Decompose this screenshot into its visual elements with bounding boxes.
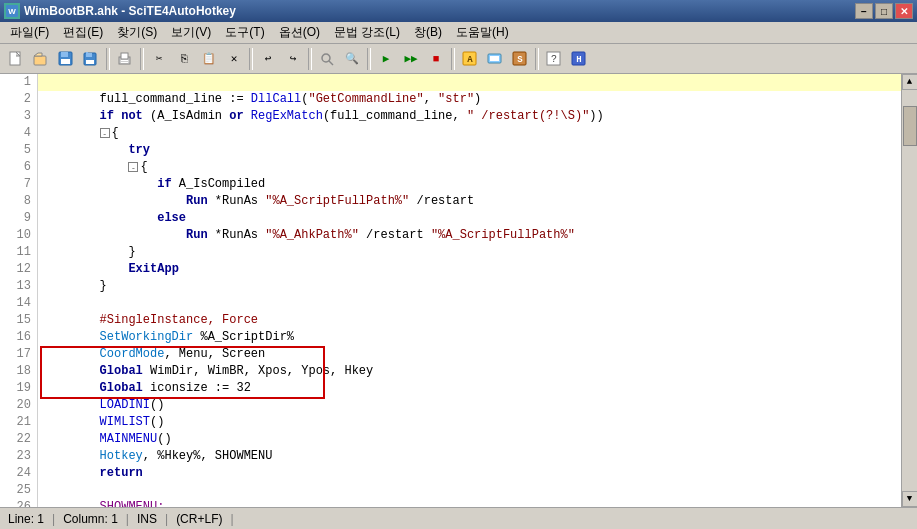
svg-point-16 xyxy=(322,54,330,62)
svg-rect-3 xyxy=(34,56,46,65)
menu-edit[interactable]: 편집(E) xyxy=(57,22,109,43)
menu-window[interactable]: 창(B) xyxy=(408,22,448,43)
toolbar-undo[interactable]: ↩ xyxy=(256,47,280,71)
menu-help[interactable]: 도움말(H) xyxy=(450,22,515,43)
status-sep-1: | xyxy=(52,512,55,526)
menu-file[interactable]: 파일(F) xyxy=(4,22,55,43)
toolbar-sep-1 xyxy=(106,48,110,70)
line-num-14: 14 xyxy=(0,295,37,312)
menu-view[interactable]: 보기(V) xyxy=(165,22,217,43)
maximize-button[interactable]: □ xyxy=(875,3,893,19)
code-line-6[interactable]: if A_IsCompiled xyxy=(38,159,901,176)
code-line-3[interactable]: -{ xyxy=(38,108,901,125)
toolbar-sep-4 xyxy=(308,48,312,70)
code-line-17[interactable]: Global WimDir, WimBR, Xpos, Ypos, Hkey xyxy=(38,346,901,363)
toolbar-cut[interactable]: ✂ xyxy=(147,47,171,71)
code-line-1[interactable]: full_command_line := DllCall("GetCommand… xyxy=(38,74,901,91)
toolbar-sep-2 xyxy=(140,48,144,70)
code-line-4[interactable]: try xyxy=(38,125,901,142)
menu-options[interactable]: 옵션(O) xyxy=(273,22,326,43)
code-line-18[interactable]: Global iconsize := 32 xyxy=(38,363,901,380)
code-line-8[interactable]: else xyxy=(38,193,901,210)
window-controls: − □ ✕ xyxy=(855,3,913,19)
code-line-7[interactable]: Run *RunAs "%A_ScriptFullPath%" /restart xyxy=(38,176,901,193)
code-line-20[interactable]: WIMLIST() xyxy=(38,397,901,414)
status-bar: Line: 1 | Column: 1 | INS | (CR+LF) | xyxy=(0,507,917,529)
code-line-23[interactable]: return xyxy=(38,448,901,465)
status-sep-2: | xyxy=(126,512,129,526)
code-line-2[interactable]: if not (A_IsAdmin or RegExMatch(full_com… xyxy=(38,91,901,108)
toolbar-spy[interactable]: S xyxy=(508,47,532,71)
toolbar-delete[interactable]: ✕ xyxy=(222,47,246,71)
toolbar-save[interactable] xyxy=(54,47,78,71)
line-num-18: 18 xyxy=(0,363,37,380)
toolbar-sep-3 xyxy=(249,48,253,70)
scroll-up-arrow[interactable]: ▲ xyxy=(902,74,918,90)
svg-rect-14 xyxy=(121,60,128,61)
toolbar-redo[interactable]: ↪ xyxy=(281,47,305,71)
line-num-2: 2 xyxy=(0,91,37,108)
code-line-15[interactable]: SetWorkingDir %A_ScriptDir% xyxy=(38,312,901,329)
toolbar-save-all[interactable] xyxy=(79,47,103,71)
toolbar-find[interactable] xyxy=(315,47,339,71)
code-line-5[interactable]: -{ xyxy=(38,142,901,159)
toolbar-sep-6 xyxy=(451,48,455,70)
scroll-down-arrow[interactable]: ▼ xyxy=(902,491,918,507)
toolbar-compile[interactable]: A xyxy=(458,47,482,71)
code-line-22[interactable]: Hotkey, %Hkey%, SHOWMENU xyxy=(38,431,901,448)
toolbar-stop[interactable]: ■ xyxy=(424,47,448,71)
editor-container: 1 2 3 4 5 6 7 8 9 10 11 12 13 14 15 16 1… xyxy=(0,74,917,507)
code-area[interactable]: full_command_line := DllCall("GetCommand… xyxy=(38,74,901,507)
svg-rect-11 xyxy=(86,52,88,54)
code-line-16[interactable]: CoordMode, Menu, Screen xyxy=(38,329,901,346)
toolbar-help2[interactable]: H xyxy=(567,47,591,71)
minimize-button[interactable]: − xyxy=(855,3,873,19)
svg-text:A: A xyxy=(467,55,473,65)
svg-rect-21 xyxy=(490,56,499,61)
code-line-19[interactable]: LOADINI() xyxy=(38,380,901,397)
svg-rect-13 xyxy=(121,53,128,59)
code-line-21[interactable]: MAINMENU() xyxy=(38,414,901,431)
line-num-3: 3 xyxy=(0,108,37,125)
code-line-25[interactable]: SHOWMENU: xyxy=(38,482,901,499)
toolbar-run[interactable]: ▶ xyxy=(374,47,398,71)
code-line-10[interactable]: } xyxy=(38,227,901,244)
toolbar-new[interactable] xyxy=(4,47,28,71)
line-num-15: 15 xyxy=(0,312,37,329)
toolbar-paste[interactable]: 📋 xyxy=(197,47,221,71)
svg-text:H: H xyxy=(576,55,581,65)
line-num-11: 11 xyxy=(0,244,37,261)
close-button[interactable]: ✕ xyxy=(895,3,913,19)
toolbar-run-params[interactable]: ▶▶ xyxy=(399,47,423,71)
code-line-9[interactable]: Run *RunAs "%A_AhkPath%" /restart "%A_Sc… xyxy=(38,210,901,227)
line-num-9: 9 xyxy=(0,210,37,227)
code-line-24[interactable] xyxy=(38,465,901,482)
line-num-19: 19 xyxy=(0,380,37,397)
toolbar-open[interactable] xyxy=(29,47,53,71)
code-line-12[interactable]: } xyxy=(38,261,901,278)
toolbar-copy[interactable]: ⎘ xyxy=(172,47,196,71)
menu-syntax[interactable]: 문법 강조(L) xyxy=(328,22,406,43)
toolbar-find-replace[interactable]: 🔍 xyxy=(340,47,364,71)
line-num-10: 10 xyxy=(0,227,37,244)
scrollbar-vertical[interactable]: ▲ ▼ xyxy=(901,74,917,507)
status-column: Column: 1 xyxy=(63,512,118,526)
line-num-5: 5 xyxy=(0,142,37,159)
status-mode: INS xyxy=(137,512,157,526)
code-line-26[interactable]: Menu, mainmn, Show, %Xpos%, %Ypos% xyxy=(38,499,901,507)
code-line-11[interactable]: ExitApp xyxy=(38,244,901,261)
toolbar-sep-5 xyxy=(367,48,371,70)
line-num-24: 24 xyxy=(0,465,37,482)
menu-find[interactable]: 찾기(S) xyxy=(111,22,163,43)
scroll-thumb[interactable] xyxy=(903,106,917,146)
toolbar-print[interactable] xyxy=(113,47,137,71)
toolbar-help1[interactable]: ? xyxy=(542,47,566,71)
code-line-13[interactable] xyxy=(38,278,901,295)
toolbar-sep-7 xyxy=(535,48,539,70)
menu-tools[interactable]: 도구(T) xyxy=(219,22,270,43)
line-num-4: 4 xyxy=(0,125,37,142)
line-num-7: 7 xyxy=(0,176,37,193)
title-bar: W WimBootBR.ahk - SciTE4AutoHotkey − □ ✕ xyxy=(0,0,917,22)
toolbar-tray[interactable] xyxy=(483,47,507,71)
code-line-14[interactable]: #SingleInstance, Force xyxy=(38,295,901,312)
